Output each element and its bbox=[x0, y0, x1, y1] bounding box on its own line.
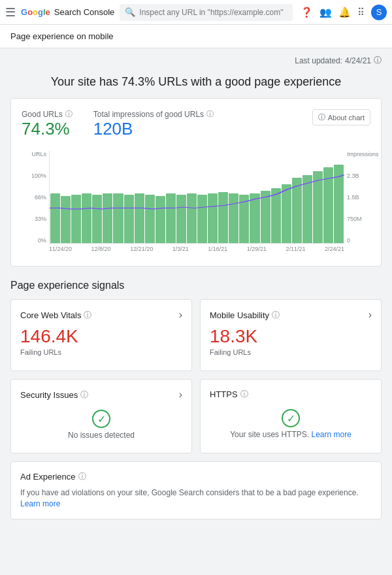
y-axis-label-impressions: Impressions bbox=[347, 151, 370, 157]
impressions-value: 120B bbox=[93, 119, 214, 139]
chart-inner bbox=[49, 151, 344, 244]
avatar[interactable]: S bbox=[371, 5, 387, 20]
page-title: Page experience on mobile bbox=[10, 31, 114, 41]
app-title: Search Console bbox=[54, 7, 115, 17]
https-title: HTTPS ⓘ bbox=[210, 389, 248, 400]
menu-icon[interactable]: ☰ bbox=[5, 5, 16, 20]
subheader: Page experience on mobile bbox=[0, 25, 392, 48]
core-web-vitals-title: Core Web Vitals ⓘ bbox=[20, 310, 91, 321]
line-chart-svg bbox=[50, 151, 344, 243]
main-content: Last updated: 4/24/21 ⓘ Your site has 74… bbox=[0, 48, 392, 535]
help-icon[interactable]: ❓ bbox=[301, 7, 313, 18]
about-chart-button[interactable]: ⓘ About chart bbox=[312, 109, 370, 125]
bell-icon[interactable]: 🔔 bbox=[338, 7, 351, 18]
app-header: ☰ Google Search Console 🔍 ❓ 👥 🔔 ⠿ S bbox=[0, 0, 392, 25]
https-status-text: Your site uses HTTPS. Learn more bbox=[230, 430, 351, 439]
core-web-vitals-sublabel: Failing URLs bbox=[20, 348, 182, 356]
chart-card: Good URLs ⓘ 74.3% Total impressions of g… bbox=[10, 98, 382, 267]
search-input[interactable] bbox=[139, 8, 287, 17]
security-issues-status: ✓ No issues detected bbox=[20, 406, 182, 444]
good-urls-metric: Good URLs ⓘ 74.3% bbox=[22, 109, 73, 139]
chart-metrics: Good URLs ⓘ 74.3% Total impressions of g… bbox=[22, 109, 214, 139]
y-axis-right: Impressions 2.3B 1.5B 750M 0 bbox=[344, 151, 370, 244]
good-urls-value: 74.3% bbox=[22, 119, 73, 139]
people-icon[interactable]: 👥 bbox=[319, 7, 332, 18]
last-updated-info-icon[interactable]: ⓘ bbox=[374, 55, 382, 66]
security-issues-status-text: No issues detected bbox=[68, 431, 135, 440]
app-logo: Google Search Console bbox=[21, 7, 114, 17]
security-issues-card: Security Issues ⓘ › ✓ No issues detected bbox=[10, 379, 192, 453]
core-web-vitals-card: Core Web Vitals ⓘ › 146.4K Failing URLs bbox=[10, 299, 192, 371]
mobile-usability-value: 18.3K bbox=[210, 326, 372, 347]
https-check-icon: ✓ bbox=[282, 409, 300, 427]
signals-grid: Core Web Vitals ⓘ › 146.4K Failing URLs … bbox=[10, 299, 382, 453]
core-web-vitals-info-icon[interactable]: ⓘ bbox=[84, 310, 91, 321]
https-status: ✓ Your site uses HTTPS. Learn more bbox=[210, 405, 372, 443]
impressions-info-icon[interactable]: ⓘ bbox=[206, 109, 214, 119]
good-urls-info-icon[interactable]: ⓘ bbox=[65, 109, 73, 119]
impressions-metric: Total impressions of good URLs ⓘ 120B bbox=[93, 109, 214, 139]
ad-experience-title: Ad Experience ⓘ bbox=[20, 471, 86, 482]
search-icon: 🔍 bbox=[125, 7, 135, 17]
y-axis-left: URLs 100% 66% 33% 0% bbox=[22, 151, 49, 244]
mobile-usability-sublabel: Failing URLs bbox=[210, 348, 372, 356]
core-web-vitals-arrow-icon[interactable]: › bbox=[179, 309, 182, 321]
core-web-vitals-value: 146.4K bbox=[20, 326, 182, 347]
https-info-icon[interactable]: ⓘ bbox=[240, 389, 248, 400]
ad-experience-learn-more-link[interactable]: Learn more bbox=[20, 499, 60, 508]
search-bar[interactable]: 🔍 bbox=[120, 4, 293, 21]
impressions-label: Total impressions of good URLs bbox=[93, 110, 204, 119]
mobile-usability-info-icon[interactable]: ⓘ bbox=[272, 310, 280, 321]
ad-experience-card: Ad Experience ⓘ If you have ad violation… bbox=[10, 461, 382, 519]
header-icons: ❓ 👥 🔔 ⠿ S bbox=[301, 5, 387, 20]
ad-experience-description: If you have ad violations on your site, … bbox=[20, 487, 372, 510]
signals-section-title: Page experience signals bbox=[10, 280, 382, 291]
good-urls-label: Good URLs bbox=[22, 110, 63, 119]
security-issues-info-icon[interactable]: ⓘ bbox=[80, 389, 88, 401]
page-headline: Your site has 74.3% URLs with a good pag… bbox=[10, 69, 382, 98]
x-axis: 11/24/20 12/8/20 12/21/20 1/3/21 1/16/21… bbox=[49, 244, 344, 252]
about-chart-label: About chart bbox=[328, 114, 365, 122]
security-check-icon: ✓ bbox=[92, 410, 110, 428]
last-updated-bar: Last updated: 4/24/21 ⓘ bbox=[10, 48, 382, 69]
mobile-usability-title: Mobile Usability ⓘ bbox=[210, 310, 280, 321]
y-axis-label-urls: URLs bbox=[22, 151, 46, 157]
last-updated-label: Last updated: bbox=[295, 56, 342, 65]
security-issues-arrow-icon[interactable]: › bbox=[179, 389, 182, 401]
headline-text: Your site has 74.3% URLs with a good pag… bbox=[51, 75, 342, 88]
chart-area: URLs 100% 66% 33% 0% Impressions bbox=[22, 151, 370, 255]
last-updated-date: 4/24/21 bbox=[345, 56, 371, 65]
https-learn-more-link[interactable]: Learn more bbox=[311, 430, 351, 439]
https-card: HTTPS ⓘ ✓ Your site uses HTTPS. Learn mo… bbox=[200, 379, 382, 453]
security-issues-title: Security Issues ⓘ bbox=[20, 389, 88, 401]
ad-experience-info-icon[interactable]: ⓘ bbox=[78, 471, 86, 482]
apps-grid-icon[interactable]: ⠿ bbox=[357, 7, 365, 18]
mobile-usability-arrow-icon[interactable]: › bbox=[368, 309, 372, 321]
info-icon: ⓘ bbox=[318, 112, 325, 122]
mobile-usability-card: Mobile Usability ⓘ › 18.3K Failing URLs bbox=[200, 299, 382, 371]
